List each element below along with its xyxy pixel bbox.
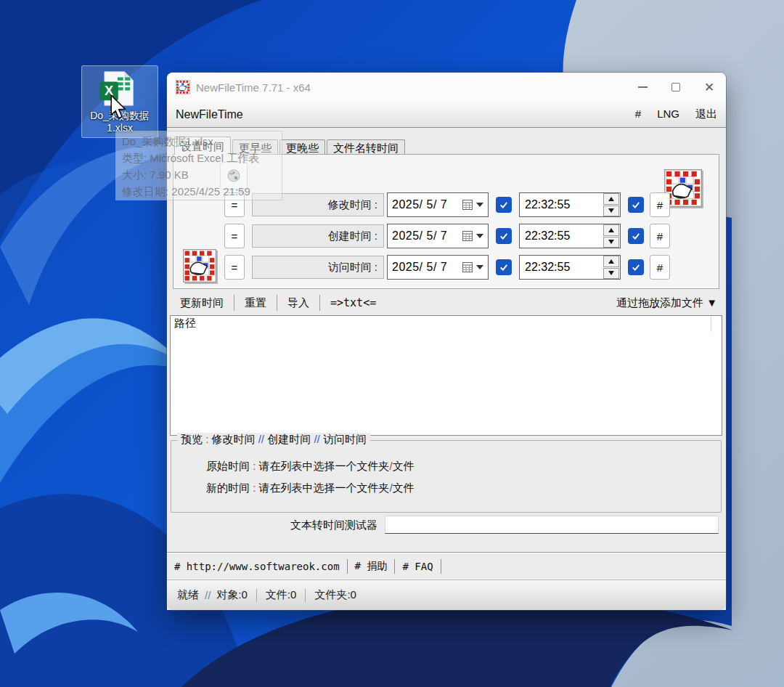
check-icon [631,262,641,272]
menu-bar: NewFileTime # LNG 退出 [167,102,726,128]
reset-button[interactable]: 重置 [240,295,271,312]
column-divider[interactable] [711,316,711,332]
modified-date-picker[interactable]: 2025/ 5/ 7 [387,192,489,217]
check-icon [499,262,509,272]
new-time-line: 新的时间 : 请在列表中选择一个文件夹/文件 [206,481,415,495]
created-time-spinner[interactable] [603,224,619,248]
modified-date-checkbox[interactable] [496,197,512,213]
footer-separator [394,559,395,574]
tab-later[interactable]: 更晚些 [279,139,325,155]
status-files: 文件:0 [266,588,297,602]
status-slash: // [205,589,211,601]
calendar-dropdown-icon[interactable] [476,203,483,207]
file-info-tooltip: Do_采购数据1.xlsx 类型: Microsoft Excel 工作表 大小… [115,131,282,200]
spin-down-icon[interactable] [603,237,619,248]
menu-hash[interactable]: # [635,107,641,121]
created-date-checkbox[interactable] [496,228,512,244]
check-icon [499,200,509,210]
modified-time-checkbox[interactable] [628,197,644,213]
created-time-row: = 创建时间 : 2025/ 5/ 7 22:32:55 [224,224,725,249]
footer-separator [347,559,348,574]
action-toolbar: 更新时间 重置 导入 =>txt<= 通过拖放添加文件 ▼ [167,292,726,314]
file-list[interactable]: 路径 [170,315,722,436]
import-button[interactable]: 导入 [283,295,314,312]
status-separator [305,589,306,602]
donate-link[interactable]: # 捐助 [355,560,388,573]
accessed-date-picker[interactable]: 2025/ 5/ 7 [387,255,489,280]
accessed-time-checkbox[interactable] [628,259,644,275]
tab-filename-to-time[interactable]: 文件名转时间 [327,139,405,155]
calendar-icon [462,262,473,272]
menu-newfiletime[interactable]: NewFileTime [176,108,243,121]
calendar-icon [462,200,473,210]
spin-down-icon[interactable] [603,268,619,280]
column-header-path[interactable]: 路径 [174,317,196,329]
add-files-dropdown[interactable]: 通过拖放添加文件 ▼ [616,296,717,310]
accessed-time-spinner[interactable] [603,256,619,279]
calendar-dropdown-icon[interactable] [476,265,483,269]
text-time-tester-label: 文本转时间测试器 [261,519,377,532]
spin-up-icon[interactable] [603,224,619,236]
status-objects: 对象:0 [216,588,248,602]
status-folders: 文件夹:0 [314,588,356,602]
created-time-checkbox[interactable] [628,228,644,244]
maximize-icon [671,83,680,92]
hash-button-created[interactable]: # [650,224,670,248]
equals-button-accessed[interactable]: = [224,255,245,280]
status-bar: 就绪 // 对象:0 文件:0 文件夹:0 [167,580,726,610]
accessed-time-input[interactable]: 22:32:55 [519,255,621,280]
footer-separator [441,559,441,574]
window-title: NewFileTime 7.71 - x64 [196,81,311,94]
menu-lng[interactable]: LNG [657,107,679,121]
drag-source-icon-left[interactable] [183,249,216,282]
created-time-input[interactable]: 22:32:55 [519,224,621,248]
accessed-time-row: = 访问时间 : 2025/ 5/ 7 22:32:55 [224,255,725,280]
preview-legend: 预览 : 修改时间 // 创建时间 // 访问时间 [177,433,370,447]
accessed-date-checkbox[interactable] [496,259,512,275]
spin-up-icon[interactable] [603,193,619,205]
status-ready: 就绪 [177,588,199,602]
calendar-dropdown-icon[interactable] [476,234,483,238]
modified-time-spinner[interactable] [603,193,619,216]
equals-button-created[interactable]: = [224,224,245,248]
check-icon [631,231,641,241]
modified-time-row: = 修改时间 : 2025/ 5/ 7 22:32:55 [224,192,725,218]
modified-time-input[interactable]: 22:32:55 [519,192,621,217]
txt-export-button[interactable]: =>txt<= [326,295,380,311]
spin-down-icon[interactable] [603,206,619,217]
window-titlebar[interactable]: NewFileTime 7.71 - x64 ✕ [167,73,726,102]
created-date-picker[interactable]: 2025/ 5/ 7 [387,224,489,248]
update-time-button[interactable]: 更新时间 [176,295,228,312]
mouse-cursor [109,94,128,122]
close-button[interactable]: ✕ [693,73,726,102]
hash-button-modified[interactable]: # [650,192,670,217]
minimize-icon [638,86,648,88]
preview-groupbox: 预览 : 修改时间 // 创建时间 // 访问时间 原始时间 : 请在列表中选择… [171,440,722,513]
text-time-tester-input[interactable] [385,516,719,534]
calendar-icon [462,231,473,241]
created-time-label: 创建时间 : [252,224,384,248]
original-time-line: 原始时间 : 请在列表中选择一个文件夹/文件 [206,460,415,473]
close-icon: ✕ [704,81,714,94]
faq-link[interactable]: # FAQ [402,561,433,572]
hash-button-accessed[interactable]: # [650,255,670,280]
status-separator [256,589,257,602]
website-link[interactable]: # http://www.softwareok.com [174,561,340,572]
spin-up-icon[interactable] [603,256,619,267]
menu-exit[interactable]: 退出 [695,107,717,121]
check-icon [631,200,641,210]
check-icon [499,231,509,241]
app-icon[interactable] [176,80,190,94]
toolbar-separator [319,295,320,311]
maximize-button[interactable] [659,73,693,102]
toolbar-separator [277,295,277,311]
toolbar-separator [234,295,234,311]
list-header-row: 路径 [171,316,722,332]
footer-links-bar: # http://www.softwareok.com # 捐助 # FAQ [167,553,726,580]
accessed-time-label: 访问时间 : [252,256,384,279]
minimize-button[interactable] [626,73,659,102]
